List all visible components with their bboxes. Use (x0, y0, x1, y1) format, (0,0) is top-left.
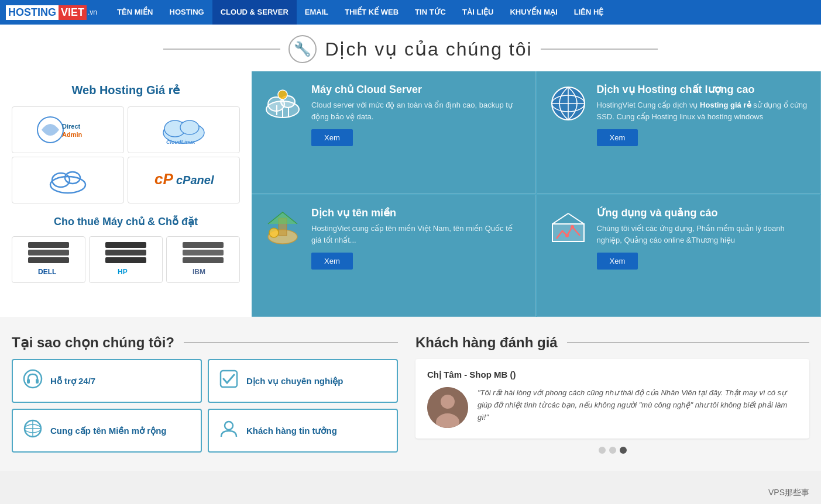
reviews-heading: Khách hàng đánh giá (415, 334, 809, 351)
why-us-heading-line (184, 342, 398, 343)
hosting-globe-icon (548, 83, 589, 124)
nav-item-3[interactable]: EMAIL (297, 0, 336, 25)
hp-server-svg: HP (102, 239, 149, 280)
title-line-right (541, 49, 658, 50)
apps-btn[interactable]: Xem (597, 253, 638, 270)
nav-link-4[interactable]: THIẾT KẾ WEB (336, 0, 407, 25)
svg-rect-21 (183, 250, 224, 256)
svg-point-5 (180, 120, 199, 134)
nav-item-7[interactable]: KHUYẾN MẠI (501, 0, 565, 25)
nav-link-2[interactable]: CLOUD & SERVER (212, 0, 297, 25)
nav-link-8[interactable]: LIÊN HỆ (566, 0, 612, 25)
svg-point-39 (571, 225, 574, 229)
domain-content: Dịch vụ tên miền HostingViet cung cấp tê… (311, 206, 524, 270)
cloud-server-icon (262, 83, 303, 124)
reviews-section: Khách hàng đánh giá Chị Tâm - Shop MB ()… (415, 334, 809, 454)
hosting-title: Dịch vụ Hosting chất lượng cao (597, 83, 809, 96)
svg-rect-22 (183, 257, 224, 263)
svg-text:cP: cP (154, 170, 173, 188)
nav-item-8[interactable]: LIÊN HỆ (566, 0, 612, 25)
nav-item-5[interactable]: TIN TỨC (407, 0, 454, 25)
svg-point-34 (269, 228, 279, 237)
web-hosting-title: Web Hosting Giá rẻ (12, 83, 240, 97)
svg-rect-42 (36, 379, 39, 384)
hosting-content: Dịch vụ Hosting chất lượng cao HostingVi… (597, 83, 809, 146)
hp-server-box: HP (89, 236, 163, 283)
hosting-logo-grid: Direct Admin CloudLinux (12, 106, 240, 203)
why-card-trust: Khách hàng tin tưởng (208, 409, 398, 453)
why-us-section: Tại sao chọn chúng tôi? Hỗ trợ 24/7 (12, 334, 398, 454)
domain-desc: HostingViet cung cấp tên miền Việt Nam, … (311, 223, 524, 246)
left-panel: Web Hosting Giá rẻ Direct Admin CloudLin… (0, 71, 252, 317)
svg-rect-16 (105, 242, 146, 248)
svg-point-38 (565, 234, 569, 237)
logo-viet: VIET (59, 5, 87, 20)
svg-text:HP: HP (118, 268, 128, 276)
apps-desc: Chúng tôi viết các ứng dụng, Phần mềm qu… (597, 223, 809, 246)
why-label-domain: Cung cấp tên Miền mở rộng (50, 426, 167, 436)
dot-3[interactable] (620, 447, 627, 454)
svg-rect-12 (28, 242, 69, 248)
nav-link-6[interactable]: TÀI LIỆU (454, 0, 502, 25)
reviewer-text: "Tôi rất hài lòng với phong cách cũng nh… (478, 387, 798, 428)
logo[interactable]: HOSTINGVIET.vn (6, 5, 97, 20)
reviewer-body: "Tôi rất hài lòng với phong cách cũng nh… (427, 387, 798, 428)
cpanel-logo-svg: cP cPanel (152, 165, 216, 195)
nav-link-0[interactable]: TÊN MIỀN (109, 0, 161, 25)
globe-icon (22, 418, 43, 443)
reviewer-name: Chị Tâm - Shop MB () (427, 370, 798, 380)
svg-text:IBM: IBM (193, 268, 205, 276)
dot-2[interactable] (609, 447, 616, 454)
logo-hosting: HOSTING (6, 5, 59, 20)
domain-icon (262, 206, 303, 247)
hosting-btn[interactable]: Xem (597, 129, 638, 146)
nav-link-1[interactable]: HOSTING (162, 0, 212, 25)
right-panel: Máy chủ Cloud Server Cloud server với mứ… (252, 71, 821, 317)
why-card-support: Hỗ trợ 24/7 (12, 359, 202, 403)
hosting-desc: HostingViet Cung cấp dịch vụ Hosting giá… (597, 99, 809, 122)
nav-link-3[interactable]: EMAIL (297, 0, 336, 25)
svg-text:CloudLinux: CloudLinux (166, 139, 195, 145)
nav-link-7[interactable]: KHUYẾN MẠI (501, 0, 565, 25)
svg-text:cPanel: cPanel (176, 174, 214, 187)
title-line-left (163, 49, 280, 50)
svg-rect-14 (28, 257, 69, 263)
apps-ads-icon (548, 206, 589, 247)
cloud-server-content: Máy chủ Cloud Server Cloud server với mứ… (311, 83, 524, 146)
cloud-server-btn[interactable]: Xem (311, 129, 353, 146)
service-card-domain: Dịch vụ tên miền HostingViet cung cấp tê… (252, 195, 536, 317)
services-section: Web Hosting Giá rẻ Direct Admin CloudLin… (0, 71, 821, 317)
user-icon (218, 418, 239, 443)
domain-btn[interactable]: Xem (311, 253, 353, 270)
why-label-trust: Khách hàng tin tưởng (246, 426, 337, 436)
ibm-server-svg: IBM (180, 239, 226, 280)
wrench-icon: 🔧 (288, 35, 317, 63)
why-label-professional: Dịch vụ chuyên nghiệp (246, 376, 343, 386)
page-title: Dịch vụ của chúng tôi (325, 38, 532, 60)
apps-title: Ứng dụng và quảng cáo (597, 206, 809, 219)
review-card: Chị Tâm - Shop MB () "Tôi rất hài lòng v… (415, 359, 809, 439)
svg-rect-17 (105, 250, 146, 256)
svg-line-37 (568, 213, 584, 224)
nav-item-4[interactable]: THIẾT KẾ WEB (336, 0, 407, 25)
ibm-server-box: IBM (166, 236, 240, 283)
svg-text:DELL: DELL (38, 268, 56, 276)
reviewer-avatar (427, 387, 468, 428)
cloud-hosting-logo-box (12, 157, 124, 203)
svg-point-40 (24, 370, 42, 388)
service-card-cloud: Máy chủ Cloud Server Cloud server với mứ… (252, 71, 536, 194)
nav-item-0[interactable]: TÊN MIỀN (109, 0, 161, 25)
dot-1[interactable] (599, 447, 606, 454)
nav-link-5[interactable]: TIN TỨC (407, 0, 454, 25)
server-subtitle: Cho thuê Máy chủ & Chỗ đặt (12, 215, 240, 228)
nav-item-2[interactable]: CLOUD & SERVER (212, 0, 297, 25)
nav-item-6[interactable]: TÀI LIỆU (454, 0, 502, 25)
svg-point-50 (441, 395, 455, 409)
why-label-support: Hỗ trợ 24/7 (50, 376, 95, 386)
svg-rect-41 (27, 379, 30, 384)
nav-item-1[interactable]: HOSTING (162, 0, 212, 25)
svg-point-48 (225, 422, 233, 430)
why-us-title: Tại sao chọn chúng tôi? (12, 334, 174, 351)
cloudlinux-logo-svg: CloudLinux (149, 112, 219, 147)
reviews-heading-line (567, 342, 809, 343)
